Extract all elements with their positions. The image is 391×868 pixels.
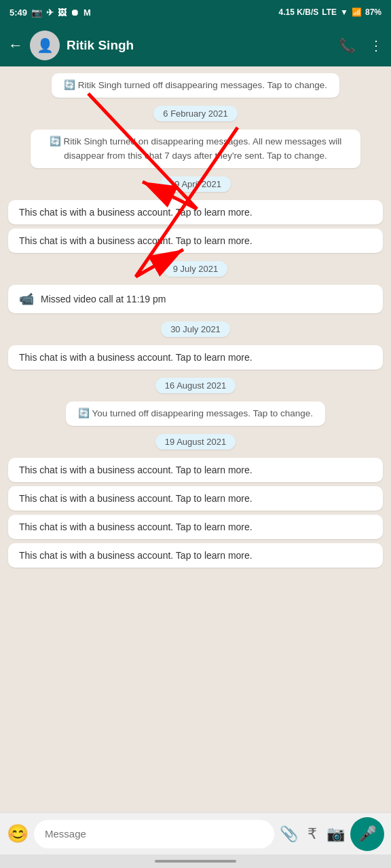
missed-video-call-icon: 📹 (19, 292, 34, 307)
contact-name[interactable]: Ritik Singh (67, 38, 332, 53)
date-badge-aug16: 16 August 2021 (155, 378, 236, 393)
instagram-icon: 📷 (31, 7, 42, 18)
gallery-icon: 🖼 (58, 7, 67, 18)
status-left: 5:49 📷 ✈ 🖼 ⏺ M (10, 7, 91, 18)
input-icons: 📎 ₹ 📷 (280, 825, 345, 843)
message-input[interactable] (34, 820, 274, 848)
mic-icon: 🎤 (358, 825, 377, 843)
business-message-7[interactable]: This chat is with a business account. Ta… (8, 543, 383, 568)
email-icon: M (83, 7, 91, 18)
rupee-icon[interactable]: ₹ (308, 825, 317, 843)
business-message-4[interactable]: This chat is with a business account. Ta… (8, 458, 383, 482)
date-badge-aug19: 19 August 2021 (155, 434, 236, 450)
missed-call-message[interactable]: 📹 Missed video call at 11:19 pm (8, 285, 383, 313)
header-icons: 📞 ⋮ (339, 37, 383, 54)
date-badge-apr: 19 April 2021 (160, 176, 231, 192)
wifi-icon: ▼ (340, 7, 348, 17)
mic-button[interactable]: 🎤 (350, 817, 384, 851)
more-options-icon[interactable]: ⋮ (369, 37, 383, 54)
home-bar (155, 860, 236, 863)
business-message-3[interactable]: This chat is with a business account. Ta… (8, 345, 383, 370)
avatar[interactable]: 👤 (30, 31, 60, 60)
telegram-icon: ✈ (46, 7, 54, 18)
system-message-disappearing-off[interactable]: 🔄 Ritik Singh turned off disappearing me… (52, 73, 339, 98)
business-message-2[interactable]: This chat is with a business account. Ta… (8, 229, 383, 253)
home-indicator (0, 854, 391, 868)
add-call-icon[interactable]: 📞 (339, 37, 356, 54)
chat-area: 🔄 Ritik Singh turned off disappearing me… (0, 66, 391, 812)
lte-label: LTE (322, 7, 337, 17)
emoji-button[interactable]: 😊 (7, 823, 29, 844)
status-bar: 5:49 📷 ✈ 🖼 ⏺ M 4.15 K/B/S LTE ▼ 📶 87% (0, 0, 391, 24)
date-badge-jul9: 9 July 2021 (164, 261, 228, 277)
business-message-1[interactable]: This chat is with a business account. Ta… (8, 200, 383, 224)
chat-header: ← 👤 Ritik Singh 📞 ⋮ (0, 24, 391, 66)
business-message-6[interactable]: This chat is with a business account. Ta… (8, 515, 383, 539)
attachment-icon[interactable]: 📎 (280, 825, 298, 843)
back-button[interactable]: ← (8, 37, 23, 54)
date-badge-feb: 6 February 2021 (153, 106, 237, 121)
input-bar: 😊 📎 ₹ 📷 🎤 (0, 812, 391, 854)
speed-label: 4.15 K/B/S (279, 7, 319, 17)
time: 5:49 (10, 7, 27, 18)
business-message-5[interactable]: This chat is with a business account. Ta… (8, 486, 383, 511)
signal-icon: 📶 (352, 7, 362, 17)
system-message-disappearing-on[interactable]: 🔄 Ritik Singh turned on disappearing mes… (31, 130, 360, 168)
status-right: 4.15 K/B/S LTE ▼ 📶 87% (279, 7, 381, 17)
date-badge-jul30: 30 July 2021 (161, 321, 230, 337)
record-icon: ⏺ (71, 7, 79, 18)
system-message-you-off[interactable]: 🔄 You turned off disappearing messages. … (66, 401, 325, 426)
battery-label: 87% (365, 7, 381, 17)
camera-icon[interactable]: 📷 (327, 825, 345, 843)
